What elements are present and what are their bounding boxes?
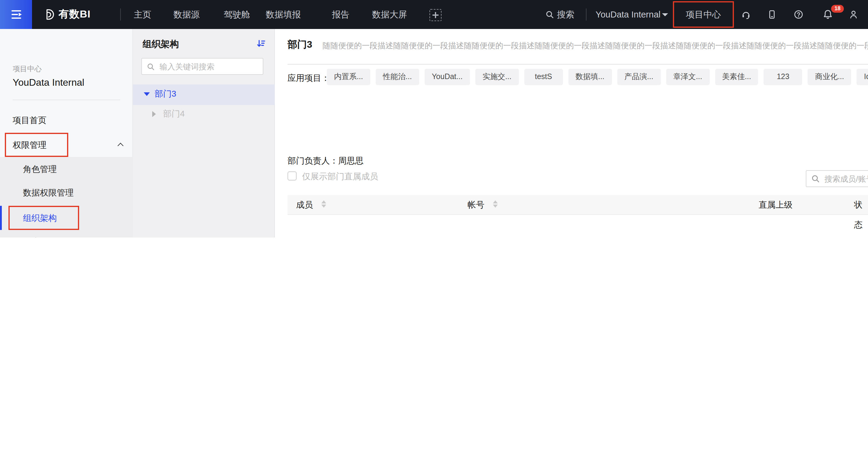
project-tag[interactable]: 商业化...	[808, 69, 851, 85]
nav-item-report[interactable]: 报告	[332, 0, 349, 29]
search-icon[interactable]	[546, 10, 554, 19]
project-tag[interactable]: 性能治...	[376, 69, 419, 85]
sidebar-toggle-button[interactable]	[0, 0, 32, 29]
navbar-divider	[120, 8, 121, 21]
annotation-box-project-center	[673, 1, 734, 28]
sidebar-item-role-mgmt[interactable]: 角色管理	[0, 157, 133, 181]
mobile-device-icon[interactable]	[767, 10, 777, 19]
navbar-divider-2	[586, 8, 587, 21]
sort-toggle-icon[interactable]	[493, 200, 498, 208]
project-tag[interactable]: 实施交...	[475, 69, 519, 85]
project-tag[interactable]: testS	[524, 69, 563, 85]
annotation-box-org-structure	[8, 206, 79, 230]
project-tag[interactable]: 章泽文...	[666, 69, 709, 85]
nav-item-datasource[interactable]: 数据源	[174, 0, 200, 29]
nav-item-home[interactable]: 主页	[134, 0, 151, 29]
member-search-box	[806, 170, 868, 187]
brand-title: 有数BI	[59, 0, 91, 29]
navbar-search-label[interactable]: 搜索	[557, 0, 575, 29]
applied-projects-label: 应用项目：	[287, 73, 330, 84]
search-icon	[811, 174, 820, 183]
youdata-logo-icon	[42, 8, 56, 21]
left-sidebar: 项目中心 YouData Internal 项目首页 权限管理 角色管理 数据权…	[0, 29, 133, 238]
sidebar-item-user-group[interactable]: 用户组管理	[0, 229, 133, 238]
main-content: 部门3 随随便便的一段描述随随便便的一段描述随随便便的一段描述随随便便的一段描述…	[275, 29, 868, 238]
active-indicator-bar	[0, 206, 2, 230]
project-tag[interactable]: YouDat...	[425, 69, 470, 85]
manager-row: 部门负责人：周思思	[287, 156, 364, 167]
user-avatar-icon[interactable]	[849, 10, 858, 19]
chevron-down-icon	[662, 13, 668, 16]
support-headset-icon[interactable]	[741, 10, 751, 19]
annotation-box-permission	[5, 133, 68, 157]
project-tag[interactable]: 美素佳...	[715, 69, 758, 85]
chevron-up-icon	[118, 143, 124, 149]
sidebar-section-label: 项目中心	[13, 64, 42, 74]
notification-badge: 18	[831, 5, 844, 13]
tree-search-box	[141, 58, 264, 75]
project-tag[interactable]: Id_复杂...	[857, 69, 868, 85]
add-module-icon[interactable]	[430, 9, 441, 21]
sidebar-divider	[13, 100, 120, 100]
column-status: 状态	[854, 195, 868, 215]
table-header: 成员 帐号 直属上级 状态	[287, 195, 868, 215]
manager-name: 周思思	[338, 156, 364, 165]
hamburger-arrow-icon	[11, 14, 18, 15]
tree-node-dept3[interactable]: 部门3	[155, 89, 176, 100]
hamburger-icon-bottom	[11, 18, 21, 19]
workspace-switcher[interactable]: YouData Internal	[596, 0, 660, 29]
nav-item-datafill[interactable]: 数据填报	[266, 0, 301, 29]
search-icon	[147, 63, 155, 70]
department-title: 部门3	[287, 39, 312, 51]
department-description: 随随便便的一段描述随随便便的一段描述随随便便的一段描述随随便便的一段描述随随便便…	[322, 40, 868, 51]
sort-icon[interactable]	[256, 39, 266, 48]
header-divider	[287, 64, 868, 65]
direct-members-checkbox-label: 仅展示部门直属成员	[302, 171, 378, 182]
app-window: 有数BI 主页 数据源 驾驶舱 数据填报 报告 数据大屏 搜索 YouData …	[0, 0, 868, 238]
tree-node-selected-row[interactable]	[133, 84, 275, 105]
nav-item-bigscreen[interactable]: 数据大屏	[372, 0, 407, 29]
sidebar-item-project-home[interactable]: 项目首页	[0, 108, 133, 132]
direct-members-checkbox[interactable]	[287, 171, 297, 180]
manager-label: 部门负责人：	[287, 156, 338, 165]
sidebar-workspace-name: YouData Internal	[13, 77, 84, 88]
column-member[interactable]: 成员	[296, 195, 313, 215]
project-tag-list: 内置系... 性能治... YouDat... 实施交... testS 数据填…	[327, 69, 868, 85]
hamburger-icon	[11, 10, 21, 11]
sort-toggle-icon[interactable]	[321, 200, 326, 208]
tree-panel-title: 组织架构	[143, 39, 179, 50]
nav-item-dashboard[interactable]: 驾驶舱	[224, 0, 250, 29]
project-tag[interactable]: 内置系...	[327, 69, 370, 85]
help-icon[interactable]	[794, 10, 803, 19]
member-search-input[interactable]	[823, 173, 868, 184]
project-tag[interactable]: 产品演...	[617, 69, 660, 85]
project-tag[interactable]: 123	[764, 69, 803, 85]
tree-collapse-icon[interactable]	[152, 111, 156, 117]
tree-expand-icon[interactable]	[144, 92, 150, 96]
column-supervisor: 直属上级	[759, 195, 793, 215]
project-tag[interactable]: 数据填...	[568, 69, 612, 85]
column-account[interactable]: 帐号	[467, 195, 485, 215]
tree-search-input[interactable]	[158, 61, 251, 71]
sidebar-item-data-permission[interactable]: 数据权限管理	[0, 180, 133, 205]
top-navbar: 有数BI 主页 数据源 驾驶舱 数据填报 报告 数据大屏 搜索 YouData …	[0, 0, 868, 29]
tree-node-dept4[interactable]: 部门4	[163, 109, 185, 120]
